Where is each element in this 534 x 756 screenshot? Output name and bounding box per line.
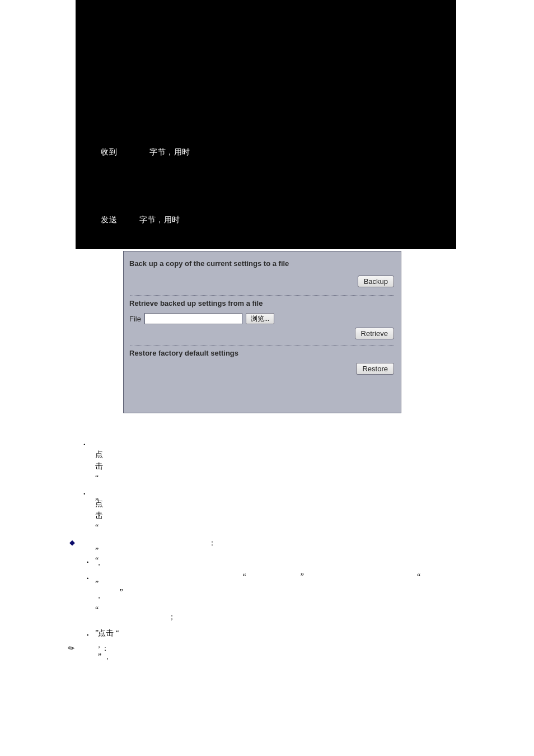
backup-button[interactable]: Backup [358, 276, 394, 287]
recv-label: 收到 [101, 148, 117, 156]
close-quote: ” [98, 652, 101, 661]
note-colon: ： [101, 644, 109, 652]
sub4-prefix: 点击 [98, 629, 114, 637]
file-label: File [129, 315, 141, 323]
restore-title: Restore factory default settings [129, 349, 395, 361]
bytes-time-label-2: 字节，用时 [139, 216, 180, 224]
open-quote: “ [243, 572, 246, 581]
backup-title: Back up a copy of the current settings t… [129, 259, 395, 271]
list-dot: . [83, 437, 86, 449]
retrieve-button[interactable]: Retrieve [355, 328, 394, 339]
settings-panel: Back up a copy of the current settings t… [123, 251, 401, 413]
open-quote: “ [95, 605, 99, 614]
open-quote: “ [95, 474, 99, 482]
pencil-icon: ✎ [66, 642, 77, 654]
browse-button[interactable]: 浏览... [246, 313, 274, 324]
bytes-time-label-1: 字节，用时 [149, 148, 190, 156]
open-quote: “ [116, 629, 119, 637]
close-quote: ” [301, 572, 304, 581]
list-dot: . [87, 627, 89, 639]
restore-button[interactable]: Restore [356, 363, 394, 375]
p2-mid: ， [95, 558, 103, 567]
p1-prefix: 点击 [95, 450, 103, 470]
diamond-icon: ◆ [69, 538, 75, 547]
open-quote: “ [95, 523, 99, 531]
retrieve-title: Retrieve backed up settings from a file [129, 299, 395, 311]
sub-item-2-text: “ ” “ [98, 571, 472, 582]
file-row: File 浏览... [129, 313, 395, 324]
sub4-end: ， [104, 652, 111, 661]
terminal-line-2: 发送 字节，用时 [101, 215, 180, 225]
list-dot: . [87, 571, 89, 582]
send-label: 发送 [101, 216, 117, 224]
list-dot: . [87, 554, 89, 566]
list-dot: . [83, 486, 86, 498]
section-heading: ◆ ： [69, 538, 216, 548]
semicolon-text: ； [168, 611, 176, 623]
backup-section: Back up a copy of the current settings t… [129, 256, 395, 295]
terminal-line-1: 收到 字节，用时 [101, 147, 190, 157]
terminal-block: 收到 字节，用时 发送 字节，用时 [76, 0, 456, 249]
retrieve-section: Retrieve backed up settings from a file … [129, 296, 395, 345]
file-input[interactable] [144, 313, 242, 324]
note-row: ✎ ： [68, 643, 109, 654]
close-quote: ” [120, 588, 123, 596]
sub-item-2-wrap: ” [98, 586, 123, 598]
restore-section: Restore factory default settings Restore [129, 346, 395, 380]
open-quote: “ [417, 572, 420, 581]
heading-colon: ： [208, 539, 216, 547]
